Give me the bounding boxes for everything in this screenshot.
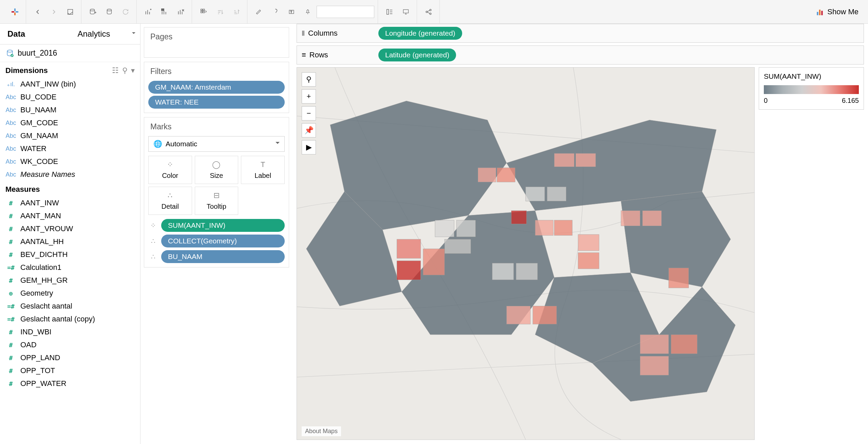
measure-field[interactable]: #OAD (0, 338, 140, 351)
measure-field[interactable]: #OPP_LAND (0, 351, 140, 364)
forward-button[interactable] (46, 4, 61, 19)
back-button[interactable] (30, 4, 45, 19)
sort-asc-button[interactable] (212, 4, 227, 19)
svg-rect-57 (642, 211, 661, 226)
dimension-field[interactable]: AbcGM_CODE (0, 116, 140, 129)
data-pane: Data Analytics buurt_2016 Dimensions ☷⚲▾… (0, 24, 140, 444)
measure-field[interactable]: #IND_WBI (0, 326, 140, 338)
dimension-field[interactable]: AbcWATER (0, 142, 140, 155)
rows-pill[interactable]: Latitude (generated) (378, 49, 456, 61)
marks-type-dropdown[interactable]: 🌐Automatic (148, 136, 285, 152)
measure-field[interactable]: =#Geslacht aantal (0, 300, 140, 313)
map-search-button[interactable]: ⚲ (302, 72, 316, 87)
measure-field[interactable]: #AANT_MAN (0, 209, 140, 222)
dimension-field[interactable]: AbcBU_CODE (0, 91, 140, 104)
tab-data[interactable]: Data (0, 24, 70, 44)
svg-rect-14 (387, 9, 389, 14)
datasource-row[interactable]: buurt_2016 (0, 44, 140, 62)
columns-shelf[interactable]: ⦀Columns Longitude (generated) (297, 24, 864, 43)
dimension-field[interactable]: AbcWK_CODE (0, 155, 140, 168)
svg-rect-44 (397, 261, 421, 280)
map-zoom-in-button[interactable]: + (302, 89, 316, 104)
duplicate-button[interactable] (157, 4, 172, 19)
svg-rect-50 (578, 253, 599, 269)
legend-gradient[interactable] (764, 85, 859, 94)
dimensions-header: Dimensions ☷⚲▾ (0, 62, 140, 78)
svg-rect-2 (12, 11, 14, 13)
new-datasource-button[interactable] (86, 4, 100, 19)
svg-rect-38 (516, 263, 537, 280)
marks-card: Marks 🌐Automatic ⁘Color◯SizeTLabel∴Detai… (144, 117, 289, 267)
menu-icon[interactable]: ▾ (131, 66, 135, 75)
pin-button[interactable] (300, 4, 315, 19)
filter-pill[interactable]: WATER: NEE (148, 96, 285, 109)
measure-field[interactable]: =#Calculation1 (0, 261, 140, 274)
svg-rect-49 (578, 235, 599, 251)
sort-desc-button[interactable] (229, 4, 244, 19)
fit-dropdown[interactable] (317, 6, 374, 18)
mark-pill[interactable]: SUM(AANT_INW) (161, 219, 285, 232)
refresh-button[interactable] (118, 4, 133, 19)
map-play-button[interactable]: ▶ (302, 140, 316, 154)
dimension-field[interactable]: AbcMeasure Names (0, 168, 140, 181)
map-zoom-out-button[interactable]: − (302, 106, 316, 121)
presentation-button[interactable] (398, 4, 413, 19)
measure-field[interactable]: #AANT_VROUW (0, 222, 140, 235)
svg-rect-47 (554, 220, 572, 236)
rows-shelf[interactable]: ≡Rows Latitude (generated) (297, 45, 864, 64)
highlight-button[interactable] (251, 4, 266, 19)
mark-color-button[interactable]: ⁘Color (148, 156, 192, 184)
measure-field[interactable]: #AANTAL_HH (0, 235, 140, 248)
pause-updates-button[interactable] (102, 4, 117, 19)
swap-button[interactable] (196, 4, 211, 19)
filters-card: Filters GM_NAAM: AmsterdamWATER: NEE (144, 62, 289, 113)
svg-rect-52 (533, 306, 556, 324)
about-maps-label[interactable]: About Maps (302, 426, 341, 436)
cards-pane: Pages Filters GM_NAAM: AmsterdamWATER: N… (140, 24, 293, 444)
measure-field[interactable]: #AANT_INW (0, 197, 140, 209)
measure-field[interactable]: #OPP_WATER (0, 377, 140, 390)
legend-title: SUM(AANT_INW) (764, 72, 859, 80)
mark-label-button[interactable]: T (284, 4, 299, 19)
save-button[interactable] (63, 4, 78, 19)
mark-tooltip-button[interactable]: ⊟Tooltip (195, 187, 239, 215)
clear-button[interactable] (173, 4, 188, 19)
svg-rect-8 (201, 9, 203, 11)
svg-rect-3 (16, 11, 18, 13)
svg-text:T: T (290, 10, 292, 14)
logo-icon[interactable] (7, 4, 22, 19)
columns-pill[interactable]: Longitude (generated) (378, 27, 462, 40)
new-worksheet-button[interactable] (141, 4, 156, 19)
mark-pill[interactable]: COLLECT(Geometry) (161, 235, 285, 247)
svg-rect-21 (822, 11, 823, 15)
svg-rect-10 (203, 9, 205, 11)
view-icon[interactable]: ☷ (112, 66, 119, 75)
dimension-field[interactable]: AbcGM_NAAM (0, 129, 140, 142)
dimension-field[interactable]: AbcBU_NAAM (0, 104, 140, 116)
measure-field[interactable]: #OPP_TOT (0, 364, 140, 377)
dimension-field[interactable]: ₊ıl.AANT_INW (bin) (0, 78, 140, 91)
map-view[interactable]: ⚲ + − 📌 ▶ (297, 67, 755, 440)
mark-size-button[interactable]: ◯Size (195, 156, 239, 184)
measure-field[interactable]: ⊕Geometry (0, 287, 140, 300)
measure-field[interactable]: #GEM_HH_GR (0, 274, 140, 287)
mark-label-button[interactable]: TLabel (241, 156, 285, 184)
tab-analytics[interactable]: Analytics (70, 24, 140, 44)
mark-pill[interactable]: BU_NAAM (161, 250, 285, 263)
pages-card[interactable]: Pages (144, 27, 289, 58)
svg-rect-43 (397, 239, 421, 258)
share-button[interactable] (421, 4, 436, 19)
map-pin-button[interactable]: 📌 (302, 123, 316, 137)
show-cards-button[interactable] (382, 4, 397, 19)
svg-rect-33 (456, 220, 475, 237)
group-button[interactable] (268, 4, 283, 19)
search-icon[interactable]: ⚲ (122, 66, 128, 75)
measure-field[interactable]: =#Geslacht aantal (copy) (0, 313, 140, 326)
mark-detail-button[interactable]: ∴Detail (148, 187, 192, 215)
svg-rect-32 (435, 220, 454, 237)
show-me-button[interactable]: Show Me (810, 7, 864, 16)
svg-rect-46 (535, 220, 553, 236)
measure-field[interactable]: #BEV_DICHTH (0, 248, 140, 261)
filter-pill[interactable]: GM_NAAM: Amsterdam (148, 81, 285, 94)
svg-point-5 (90, 9, 95, 11)
